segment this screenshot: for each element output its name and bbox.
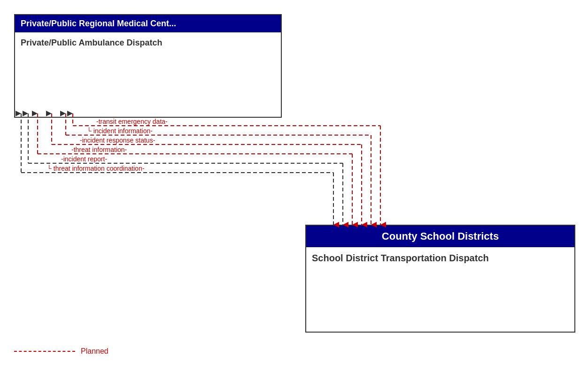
- legend-label: Planned: [81, 347, 108, 356]
- left-box: Private/Public Regional Medical Cent... …: [14, 14, 282, 118]
- label-threat-information: -threat information-: [71, 146, 127, 153]
- left-box-header: Private/Public Regional Medical Cent...: [15, 15, 281, 32]
- label-incident-information: └ incident information-: [87, 127, 153, 135]
- right-box-body-text: School District Transportation Dispatch: [312, 253, 489, 263]
- right-box-header: County School Districts: [306, 226, 574, 247]
- label-incident-report: -incident report-: [61, 155, 107, 163]
- label-incident-response: -incident response status-: [80, 136, 155, 144]
- right-box-header-text: County School Districts: [382, 230, 499, 242]
- right-box: County School Districts School District …: [305, 225, 575, 333]
- left-box-body-text: Private/Public Ambulance Dispatch: [21, 38, 162, 47]
- label-threat-coord: └ threat information coordination-: [47, 165, 145, 172]
- right-box-body: School District Transportation Dispatch: [306, 247, 574, 332]
- left-box-body: Private/Public Ambulance Dispatch: [15, 32, 281, 117]
- label-transit-emergency: -transit emergency data-: [96, 118, 168, 125]
- left-box-header-text: Private/Public Regional Medical Cent...: [21, 19, 176, 28]
- legend-line: [14, 351, 75, 352]
- legend: Planned: [14, 347, 108, 356]
- diagram-container: Private/Public Regional Medical Cent... …: [0, 0, 588, 379]
